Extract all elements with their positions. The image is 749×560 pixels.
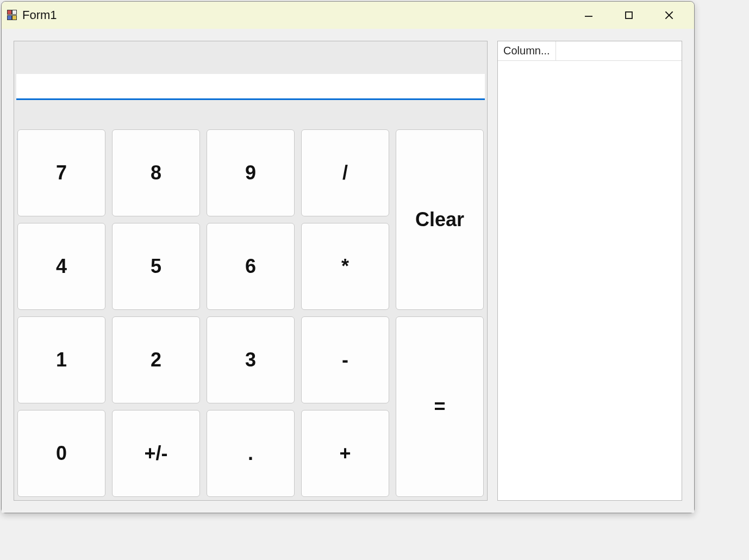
calculator-panel: 7 8 9 / Clear 4 5 6 * 1 2 3 - = 0 +/- . … [14,41,488,501]
history-list[interactable]: Column... [497,41,682,501]
keypad: 7 8 9 / Clear 4 5 6 * 1 2 3 - = 0 +/- . … [14,128,487,500]
display-input[interactable] [16,74,485,100]
key-7[interactable]: 7 [17,129,105,216]
key-6[interactable]: 6 [207,223,295,310]
svg-rect-1 [626,12,632,18]
key-multiply[interactable]: * [301,223,389,310]
key-sign[interactable]: +/- [112,410,200,497]
display-container [14,41,487,128]
key-equals[interactable]: = [396,316,484,497]
key-0[interactable]: 0 [17,410,105,497]
list-body[interactable] [498,61,682,500]
app-icon [7,10,18,21]
key-9[interactable]: 9 [207,129,295,216]
window-controls [579,5,689,25]
key-5[interactable]: 5 [112,223,200,310]
close-button[interactable] [659,5,679,25]
key-subtract[interactable]: - [301,316,389,403]
list-header: Column... [498,41,682,61]
app-window: Form1 7 8 9 / Clear 4 [1,1,695,513]
maximize-button[interactable] [619,5,639,25]
key-add[interactable]: + [301,410,389,497]
window-title: Form1 [22,8,57,22]
column-header-0[interactable]: Column... [498,41,556,60]
key-3[interactable]: 3 [207,316,295,403]
client-area: 7 8 9 / Clear 4 5 6 * 1 2 3 - = 0 +/- . … [2,29,694,513]
key-4[interactable]: 4 [17,223,105,310]
minimize-button[interactable] [579,5,598,25]
key-8[interactable]: 8 [112,129,200,216]
key-2[interactable]: 2 [112,316,200,403]
key-1[interactable]: 1 [17,316,105,403]
key-divide[interactable]: / [301,129,389,216]
key-clear[interactable]: Clear [396,129,484,310]
titlebar[interactable]: Form1 [2,2,694,29]
key-decimal[interactable]: . [207,410,295,497]
